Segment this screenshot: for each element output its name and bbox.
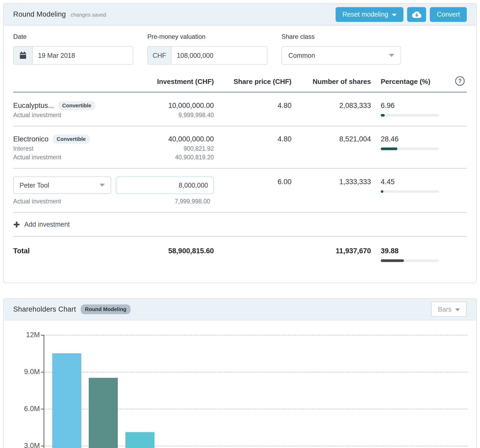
changes-saved-status: changes saved	[70, 11, 106, 18]
shares-value: 8,521,004	[291, 134, 371, 162]
percentage-bar-fill	[381, 114, 385, 117]
total-percentage-cell: 39.88	[371, 246, 451, 262]
premoney-field-group: Pre-money valuation CHF	[147, 33, 267, 65]
percentage-bar-track	[381, 190, 439, 193]
table-row: Eucalyptus... Convertible Actual investm…	[13, 93, 467, 126]
shareholder-name: Eucalyptus...	[13, 100, 54, 111]
share-class-field-group: Share class Common	[281, 33, 401, 65]
investment-column-header: Investment (CHF)	[127, 78, 214, 86]
investor-select[interactable]: Peter Tool	[13, 177, 111, 194]
shareholders-chart-card: Shareholders Chart Round Modeling Bars 1…	[3, 298, 477, 448]
percentage-column-header: Percentage (%)	[371, 78, 451, 86]
reset-modeling-label: Reset modeling	[342, 11, 388, 18]
plus-icon	[13, 221, 20, 228]
percentage-bar-fill	[381, 259, 404, 262]
y-axis-tick	[41, 409, 44, 409]
chart-gridline	[44, 372, 467, 373]
y-axis-tick-label: 3.0M	[8, 442, 40, 448]
total-label: Total	[13, 246, 127, 262]
chart-type-select[interactable]: Bars	[431, 302, 467, 317]
shares-value: 1,333,333	[291, 177, 371, 206]
percentage-bar-fill	[381, 190, 383, 193]
table-row-editable: Peter Tool Actual investment 7,999,998.0…	[13, 169, 467, 213]
investments-table: Investment (CHF) Share price (CHF) Numbe…	[13, 76, 467, 273]
download-button[interactable]	[407, 7, 426, 22]
shareholder-cell: Eucalyptus... Convertible Actual investm…	[13, 100, 127, 120]
cloud-download-icon	[412, 11, 422, 18]
shareholder-cell: Electronico Convertible Interest Actual …	[13, 134, 127, 162]
total-percentage-value: 39.88	[381, 246, 451, 256]
premoney-input-group: CHF	[147, 46, 267, 65]
page-title: Round Modeling	[13, 10, 66, 18]
chart-bar	[52, 353, 81, 448]
chart-type-value: Bars	[438, 306, 451, 313]
round-modeling-badge: Round Modeling	[81, 304, 131, 314]
actual-investment-value: 9,999,998.40	[127, 111, 214, 120]
reset-modeling-button[interactable]: Reset modeling	[336, 7, 404, 22]
date-field-group: Date	[13, 33, 133, 65]
actual-investment-value: 40,900,819.20	[127, 153, 214, 162]
percentage-cell: 6.96	[371, 100, 451, 120]
date-input[interactable]	[33, 47, 133, 64]
total-shares: 11,937,670	[291, 246, 371, 262]
y-axis-tick	[41, 446, 44, 446]
shares-value: 2,083,333	[291, 100, 371, 120]
share-price-value: 4.80	[214, 100, 291, 120]
round-modeling-card: Round Modeling changes saved Reset model…	[3, 3, 477, 283]
investor-select-value: Peter Tool	[20, 182, 100, 189]
round-modeling-header: Round Modeling changes saved Reset model…	[4, 4, 476, 26]
y-axis-tick	[41, 335, 44, 336]
investment-value: 10,000,000.00	[127, 100, 214, 111]
date-label: Date	[13, 33, 133, 40]
date-input-group	[13, 46, 133, 65]
interest-label: Interest	[13, 144, 127, 153]
chevron-down-icon	[455, 308, 460, 311]
actual-investment-value: 7,999,998.00	[111, 197, 214, 206]
total-row: Total 58,900,815.60 11,937,670 39.88	[13, 237, 467, 273]
convertible-badge: Convertible	[53, 135, 90, 144]
investment-cell: 10,000,000.00 9,999,998.40	[127, 100, 214, 120]
share-class-value: Common	[288, 52, 389, 59]
table-header-row: Investment (CHF) Share price (CHF) Numbe…	[13, 76, 467, 93]
share-class-select[interactable]: Common	[281, 46, 401, 65]
calendar-icon	[20, 52, 26, 59]
bar-chart-plot: 12M9.0M6.0M3.0M	[4, 320, 476, 448]
total-investment: 58,900,815.60	[127, 246, 214, 262]
help-icon[interactable]: ?	[455, 76, 465, 86]
share-class-label: Share class	[281, 33, 401, 40]
percentage-bar-track	[381, 147, 439, 150]
investment-value: 40,000,000.00	[127, 134, 214, 144]
shares-column-header: Number of shares	[291, 78, 371, 86]
percentage-value: 28.46	[381, 134, 451, 144]
y-axis-tick-label: 12M	[8, 331, 40, 339]
convert-label: Convert	[437, 11, 460, 18]
share-price-value: 4.80	[214, 134, 291, 162]
percentage-bar-fill	[381, 147, 397, 150]
add-investment-button[interactable]: Add investment	[13, 213, 467, 237]
percentage-cell: 4.45	[371, 177, 451, 206]
percentage-value: 6.96	[381, 100, 451, 111]
currency-addon: CHF	[148, 47, 171, 64]
add-investment-label: Add investment	[24, 221, 70, 228]
share-price-column-header: Share price (CHF)	[214, 78, 291, 86]
actual-investment-label: Actual investment	[13, 111, 127, 120]
chart-bar	[125, 432, 154, 448]
actual-investment-label: Actual investment	[13, 153, 127, 162]
investment-amount-input[interactable]	[116, 177, 214, 194]
investment-cell: 40,000,000.00 900,821.92 40,900,819.20	[127, 134, 214, 162]
round-form: Date	[13, 33, 467, 65]
y-axis-tick	[41, 372, 44, 373]
premoney-label: Pre-money valuation	[147, 33, 267, 40]
percentage-value: 4.45	[381, 177, 451, 187]
chart-title: Shareholders Chart	[13, 305, 76, 313]
premoney-input[interactable]	[171, 47, 267, 64]
shareholder-name: Electronico	[13, 134, 49, 144]
percentage-bar-track	[381, 114, 439, 117]
table-row: Electronico Convertible Interest Actual …	[13, 126, 467, 169]
convertible-badge: Convertible	[58, 101, 95, 110]
convert-button[interactable]: Convert	[430, 7, 467, 22]
calendar-addon[interactable]	[14, 47, 33, 64]
chevron-down-icon	[389, 54, 394, 57]
chart-bar	[89, 378, 118, 448]
actual-investment-label: Actual investment	[13, 197, 111, 206]
